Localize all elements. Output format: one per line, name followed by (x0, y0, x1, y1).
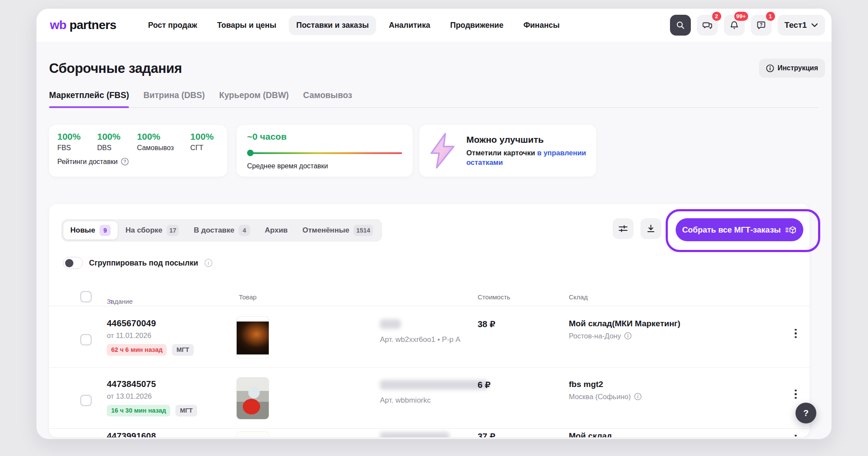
row-menu-button[interactable] (793, 327, 799, 340)
row-checkbox[interactable] (80, 334, 92, 345)
collect-all-mgt-orders-button[interactable]: Собрать все МГТ-заказы (676, 218, 803, 241)
group-parcels-toggle[interactable] (63, 257, 83, 269)
tab-pickup[interactable]: Самовывоз (303, 90, 352, 100)
rating-dbs: 100% DBS (97, 131, 121, 152)
column-price: Стоимость (478, 293, 510, 301)
tab-vitrina-dbs[interactable]: Витрина (DBS) (143, 90, 205, 100)
messages-badge: 2 (712, 12, 721, 21)
account-menu-button[interactable]: Тест1 (778, 15, 825, 36)
svg-text:?: ? (759, 22, 762, 27)
task-id: 4473845075 (107, 379, 197, 389)
ratings-caption: Рейтинги доставки (57, 158, 118, 166)
main-menu: Рост продаж Товары и цены Поставки и зак… (141, 16, 567, 35)
nav-item-analytics[interactable]: Аналитика (381, 16, 437, 35)
wb-partners-logo[interactable]: wb partners (50, 18, 116, 32)
info-circle-icon (766, 64, 774, 72)
chip-new[interactable]: Новые 9 (63, 221, 118, 239)
messages-button[interactable]: 2 (697, 15, 718, 36)
tab-courier-dbw[interactable]: Курьером (DBW) (219, 90, 289, 100)
info-small-icon[interactable] (634, 393, 642, 400)
warehouse-city: Ростов-на-Дону (569, 332, 621, 340)
row-menu-button[interactable] (793, 433, 799, 438)
top-navigation: wb partners Рост продаж Товары и цены По… (36, 9, 832, 42)
delivery-time-value: ~0 часов (247, 131, 402, 142)
filter-settings-button[interactable] (613, 218, 634, 239)
notifications-badge: 99+ (734, 12, 748, 21)
chip-archive[interactable]: Архив (258, 221, 295, 239)
bell-icon (729, 20, 739, 30)
app-window: wb partners Рост продаж Товары и цены По… (36, 9, 832, 439)
svg-text:i: i (208, 261, 209, 266)
warehouse-name: Мой склад(МКИ Маркетинг) (569, 319, 680, 328)
support-button[interactable]: ? 1 (751, 15, 772, 36)
product-thumbnail[interactable] (236, 431, 269, 438)
help-fab-button[interactable]: ? (795, 403, 816, 423)
table-header: Задание↑ Товар Стоимость Склад (49, 289, 809, 306)
improve-text: Отметили карточки (466, 149, 535, 157)
tab-marketplace-fbs[interactable]: Маркетплейс (FBS) (49, 90, 129, 100)
svg-text:?: ? (123, 159, 126, 164)
box-list-icon (785, 225, 797, 235)
lightning-icon (429, 132, 456, 170)
info-small-icon[interactable] (624, 332, 632, 340)
chip-delivering[interactable]: В доставке 4 (187, 221, 257, 239)
select-all-checkbox[interactable] (80, 291, 92, 302)
instruction-label: Инструкция (778, 64, 818, 72)
blurred-product-name (380, 432, 449, 438)
improve-card: Можно улучшить Отметили карточки в управ… (419, 125, 596, 177)
group-parcels-label: Сгруппировать под посылки (89, 259, 198, 268)
chip-assembling-count: 17 (167, 225, 179, 236)
chip-assembling[interactable]: На сборке 17 (119, 221, 186, 239)
nav-item-finance[interactable]: Финансы (516, 16, 567, 35)
logo-wb: wb (50, 18, 66, 32)
nav-item-supplies-orders[interactable]: Поставки и заказы (289, 16, 376, 35)
product-thumbnail[interactable] (236, 316, 269, 359)
column-warehouse: Склад (569, 293, 587, 301)
rating-sgt: 100% СГТ (190, 131, 214, 152)
task-date: от 13.01.2026 (107, 392, 197, 400)
row-checkbox[interactable] (80, 395, 92, 406)
task-id: 4465670049 (107, 318, 194, 328)
chevron-down-icon (811, 23, 818, 27)
rating-fbs: 100% FBS (57, 131, 81, 152)
product-thumbnail[interactable] (236, 377, 269, 420)
status-filter-chips: Новые 9 На сборке 17 В доставке 4 Архив … (61, 219, 382, 242)
product-article: Арт. wbbmiorkc (380, 396, 488, 405)
warehouse-name: Мой склад (569, 431, 612, 438)
instruction-button[interactable]: Инструкция (759, 59, 825, 78)
logo-partners: partners (69, 18, 116, 32)
delivery-time-card: ~0 часов Среднее время доставки (237, 125, 413, 177)
warehouse-name: fbs mgt2 (569, 380, 642, 389)
sort-asc-icon[interactable]: ↑ (109, 298, 113, 306)
question-circle-icon[interactable]: ? (121, 157, 129, 166)
nav-item-promotion[interactable]: Продвижение (443, 16, 511, 35)
chip-new-count: 9 (99, 225, 111, 236)
download-button[interactable] (640, 218, 661, 239)
order-price: 37 ₽ (478, 431, 495, 438)
row-menu-button[interactable] (793, 388, 799, 401)
search-button[interactable] (670, 15, 691, 36)
nav-item-sales-growth[interactable]: Рост продаж (141, 16, 205, 35)
table-row: 4473991608 37 ₽ Мой склад (49, 429, 809, 438)
notifications-button[interactable]: 99+ (724, 15, 745, 36)
task-id: 4473991608 (107, 431, 156, 438)
rating-pickup: 100% Самовывоз (137, 131, 174, 152)
question-bubble-icon: ? (756, 20, 766, 30)
table-row: 4473845075 от 13.01.2026 16 ч 30 мин наз… (49, 368, 809, 429)
blurred-product-name (380, 380, 488, 390)
chip-cancelled[interactable]: Отменённые 1514 (296, 221, 380, 239)
page-title: Сборочные задания (49, 61, 182, 76)
nav-item-goods-prices[interactable]: Товары и цены (210, 16, 284, 35)
blurred-product-name (380, 319, 401, 329)
support-badge: 1 (766, 12, 775, 21)
chip-delivering-count: 4 (239, 225, 250, 236)
time-ago-badge: 62 ч 6 мин назад (107, 344, 167, 356)
delivery-time-caption: Среднее время доставки (247, 162, 402, 170)
info-small-icon[interactable]: i (204, 259, 213, 267)
group-parcels-row: Сгруппировать под посылки i (63, 257, 213, 269)
download-icon (646, 223, 656, 234)
mgt-badge: МГТ (175, 405, 197, 417)
sliders-icon (618, 223, 628, 234)
delivery-type-tabs: Маркетплейс (FBS) Витрина (DBS) Курьером… (49, 90, 818, 108)
search-icon (676, 20, 685, 30)
